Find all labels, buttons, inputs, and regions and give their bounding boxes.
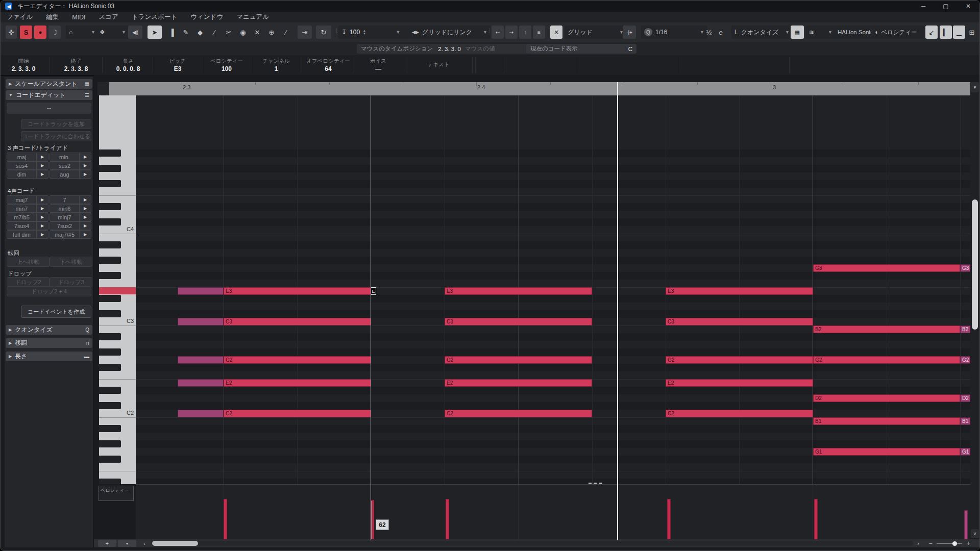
info-column[interactable]: ベロシティー100 [199,55,255,75]
midi-note[interactable]: E3 [224,287,371,295]
nudge-start-right-icon[interactable]: ⇢ [505,26,518,39]
ruler-options-icon[interactable]: ▼ [971,82,979,92]
length-grid-link-dropdown[interactable]: ◀▶グリッドにリンク▼ [409,26,491,39]
drop2-button[interactable]: ドロップ2 [7,277,50,287]
black-key[interactable] [99,180,121,187]
zoom-tool-icon[interactable]: ⊕ [265,26,278,39]
midi-note[interactable]: C3 [224,318,371,325]
snap-type-dropdown[interactable]: グリッド▼ [565,26,627,39]
chord-apply-arrow-icon[interactable]: ▶ [36,213,48,221]
midi-note[interactable]: C3 [445,318,592,325]
controller-lane-preset-button[interactable]: ▼ [118,540,136,547]
nudge-up-icon[interactable]: ↑ [519,26,531,39]
black-key[interactable] [99,364,121,371]
snap-on-off-button[interactable]: ✕ [550,26,562,39]
menu-item[interactable]: スコア [99,13,118,21]
create-chord-event-button[interactable]: コードイベントを作成 [21,306,91,318]
note-length-dropdown[interactable]: ▼ [387,26,409,39]
menu-item[interactable]: ウィンドウ [190,13,223,21]
black-key[interactable] [99,165,121,172]
autoscroll-button[interactable]: ⇥ [298,26,312,39]
midi-note[interactable]: G2 [813,356,960,364]
black-key[interactable] [99,425,121,432]
grid-type-icon[interactable]: -|+ [623,26,636,39]
note-length-field[interactable]: ↧ 100 ▲▼ [338,26,391,39]
lower-zone-icon[interactable]: ↙ [925,26,938,39]
horizontal-scrollbar-thumb[interactable] [152,541,198,546]
chord-type-button[interactable]: min.▶ [50,153,91,161]
velocity-bar[interactable] [964,510,968,541]
chord-type-button[interactable]: sus4▶ [7,161,48,170]
menu-item[interactable]: ファイル [7,13,33,21]
info-column[interactable]: 終了2. 3. 3. 8 [48,55,104,75]
mute-tool-icon[interactable]: ✕ [251,26,264,39]
black-key[interactable] [99,149,121,157]
zoom-slider-handle[interactable] [952,541,957,546]
highlighted-key[interactable] [99,287,136,294]
midi-note[interactable]: G2 [960,356,970,364]
midi-note[interactable]: D2 [813,394,960,402]
velocity-bar[interactable] [814,499,818,541]
quantize-panel-header[interactable]: ▶クオンタイズQ [6,325,92,335]
midi-note[interactable]: C2 [445,410,592,417]
midi-note[interactable]: C3 [666,318,813,325]
chord-type-button[interactable]: minj7▶ [50,213,91,221]
nudge-start-left-icon[interactable]: ⇠ [492,26,504,39]
pin-icon[interactable]: ✜ [6,26,17,39]
chord-type-button[interactable]: maj▶ [7,153,48,161]
chord-type-button[interactable]: 7sus4▶ [7,221,48,230]
info-column[interactable]: ピッチE3 [150,55,206,75]
chord-apply-arrow-icon[interactable]: ▶ [36,205,48,212]
chord-apply-arrow-icon[interactable]: ▶ [36,162,48,169]
velocity-bar[interactable] [667,499,671,541]
midi-note[interactable]: E3 [666,287,813,295]
midi-note[interactable]: G3 [960,264,970,272]
info-column[interactable]: ボイス― [350,55,406,75]
midi-note[interactable]: G2 [445,356,592,364]
glue-tool-icon[interactable]: ◉ [236,26,250,39]
black-key[interactable] [99,348,121,356]
menu-item[interactable]: トランスポート [132,13,177,21]
chord-editing-header[interactable]: ▼コードエディット☰ [6,90,92,100]
scale-assistant-header[interactable]: ▶スケールアシスタント▦ [6,79,92,89]
info-column[interactable]: チャンネル1 [248,55,304,75]
scroll-chevron-icon[interactable]: ˅ [971,529,979,538]
info-column[interactable]: テキスト [410,55,467,75]
black-key[interactable] [99,241,121,248]
quantize-preset-dropdown[interactable]: Q 1/16▼ [641,26,707,39]
midi-note[interactable] [178,287,224,295]
app-icon[interactable]: ◀ [5,3,12,10]
chord-type-button[interactable]: sus2▶ [50,161,91,170]
menu-item[interactable]: MIDI [72,14,85,21]
chord-type-button[interactable]: m7/b5▶ [7,213,48,221]
chord-apply-arrow-icon[interactable]: ▶ [79,170,91,178]
vertical-scrollbar-thumb[interactable] [972,199,978,330]
visibility-dropdown[interactable]: ❖▼ [96,26,129,39]
chord-apply-arrow-icon[interactable]: ▶ [36,231,48,238]
chord-type-button[interactable]: maj7▶ [7,195,48,204]
part-edit-mode-dropdown[interactable]: ≋▼ [806,26,836,39]
vertical-scrollbar[interactable] [970,82,979,538]
minimize-button[interactable]: ─ [912,1,935,12]
acoustic-feedback-icon[interactable]: ☽ [48,26,61,39]
note-length-stepper[interactable]: ▲▼ [363,29,366,35]
black-key[interactable] [99,203,121,210]
midi-note[interactable] [178,318,224,325]
split-tool-icon[interactable]: ✂ [222,26,235,39]
move-down-button[interactable]: 下へ移動 [50,257,92,267]
info-column[interactable]: オフベロシティー64 [300,55,356,75]
midi-note[interactable]: B2 [813,325,960,333]
midi-note[interactable]: C2 [666,410,813,417]
length-panel-header[interactable]: ▶長さ▬ [6,352,92,361]
midi-note[interactable]: B1 [960,417,970,425]
show-parts-button[interactable]: ▦ [791,26,804,39]
midi-note[interactable]: E2 [445,379,592,387]
erase-tool-icon[interactable]: ◆ [193,26,207,39]
line-tool-icon[interactable]: ∕ [208,26,221,39]
event-colors-dropdown[interactable]: ◖ ベロシティー [871,26,928,39]
chord-apply-arrow-icon[interactable]: ▶ [79,162,91,169]
midi-note[interactable]: B2 [960,325,970,333]
midi-note[interactable]: G1 [960,448,970,456]
zoom-in-icon[interactable]: + [964,540,972,547]
chord-type-button[interactable]: 7sus2▶ [50,221,91,230]
